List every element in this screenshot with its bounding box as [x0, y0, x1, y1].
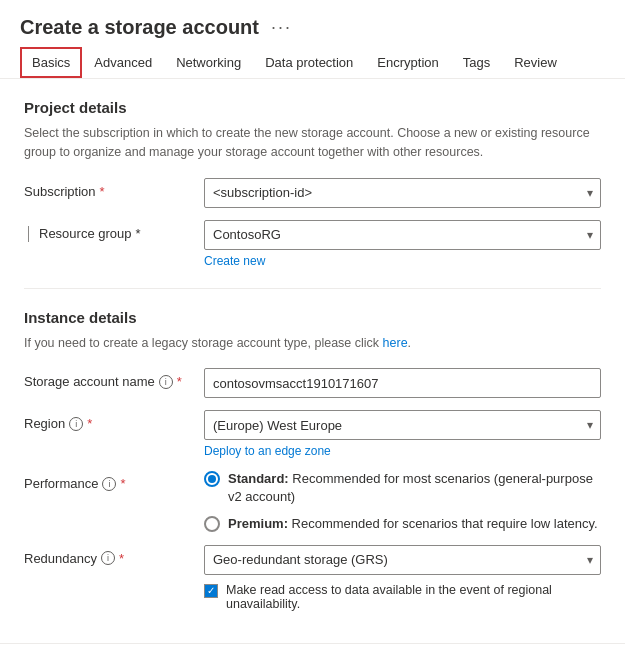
performance-premium-option[interactable]: Premium: Recommended for scenarios that …: [204, 515, 601, 533]
region-row: Region i * (Europe) West Europe Deploy t…: [24, 410, 601, 458]
resource-group-control: ContosoRG Create new: [204, 220, 601, 268]
tab-networking[interactable]: Networking: [164, 47, 253, 78]
redundancy-select[interactable]: Geo-redundant storage (GRS): [204, 545, 601, 575]
tab-data-protection[interactable]: Data protection: [253, 47, 365, 78]
instance-details-section: Instance details If you need to create a…: [24, 309, 601, 611]
performance-options: Standard: Recommended for most scenarios…: [204, 470, 601, 533]
here-link[interactable]: here: [383, 336, 408, 350]
project-details-desc: Select the subscription in which to crea…: [24, 124, 601, 162]
performance-standard-option[interactable]: Standard: Recommended for most scenarios…: [204, 470, 601, 506]
read-access-label: Make read access to data available in th…: [226, 583, 601, 611]
page-menu-dots[interactable]: ···: [271, 17, 292, 38]
storage-account-name-row: Storage account name i *: [24, 368, 601, 398]
create-new-link[interactable]: Create new: [204, 254, 601, 268]
page-title: Create a storage account: [20, 16, 259, 39]
resource-group-select[interactable]: ContosoRG: [204, 220, 601, 250]
tab-advanced[interactable]: Advanced: [82, 47, 164, 78]
read-access-checkbox[interactable]: ✓: [204, 584, 218, 598]
performance-label: Performance i *: [24, 470, 204, 491]
performance-info-icon[interactable]: i: [102, 477, 116, 491]
checkmark-icon: ✓: [207, 586, 215, 596]
region-select-wrapper: (Europe) West Europe: [204, 410, 601, 440]
performance-standard-radio[interactable]: [204, 471, 220, 487]
read-access-checkbox-row: ✓ Make read access to data available in …: [204, 583, 601, 611]
instance-details-desc: If you need to create a legacy storage a…: [24, 334, 601, 353]
performance-required-mark: *: [120, 476, 125, 491]
storage-account-name-input[interactable]: [204, 368, 601, 398]
resource-group-required-mark: *: [136, 226, 141, 241]
project-details-section: Project details Select the subscription …: [24, 99, 601, 268]
tab-bar: Basics Advanced Networking Data protecti…: [0, 39, 625, 79]
project-details-title: Project details: [24, 99, 601, 116]
redundancy-info-icon[interactable]: i: [101, 551, 115, 565]
performance-control: Standard: Recommended for most scenarios…: [204, 470, 601, 533]
performance-premium-label: Premium: Recommended for scenarios that …: [228, 515, 598, 533]
subscription-required-mark: *: [100, 184, 105, 199]
section-divider-1: [24, 288, 601, 289]
region-info-icon[interactable]: i: [69, 417, 83, 431]
resource-group-label: Resource group *: [40, 220, 204, 242]
storage-name-required-mark: *: [177, 374, 182, 389]
region-control: (Europe) West Europe Deploy to an edge z…: [204, 410, 601, 458]
storage-name-info-icon[interactable]: i: [159, 375, 173, 389]
footer: Review < Previous Next : Advanced >: [0, 643, 625, 657]
redundancy-row: Redundancy i * Geo-redundant storage (GR…: [24, 545, 601, 611]
deploy-edge-link[interactable]: Deploy to an edge zone: [204, 444, 601, 458]
redundancy-label: Redundancy i *: [24, 545, 204, 566]
tab-encryption[interactable]: Encryption: [365, 47, 450, 78]
subscription-row: Subscription * <subscription-id>: [24, 178, 601, 208]
subscription-select-wrapper: <subscription-id>: [204, 178, 601, 208]
subscription-label: Subscription *: [24, 178, 204, 199]
performance-premium-radio[interactable]: [204, 516, 220, 532]
performance-row: Performance i * Standard: Recommended fo…: [24, 470, 601, 533]
tab-review[interactable]: Review: [502, 47, 569, 78]
storage-account-name-label: Storage account name i *: [24, 368, 204, 389]
instance-details-title: Instance details: [24, 309, 601, 326]
redundancy-select-wrapper: Geo-redundant storage (GRS): [204, 545, 601, 575]
region-required-mark: *: [87, 416, 92, 431]
region-select[interactable]: (Europe) West Europe: [204, 410, 601, 440]
storage-account-name-control: [204, 368, 601, 398]
main-content: Project details Select the subscription …: [0, 79, 625, 643]
tab-basics[interactable]: Basics: [20, 47, 82, 78]
subscription-select[interactable]: <subscription-id>: [204, 178, 601, 208]
resource-group-select-wrapper: ContosoRG: [204, 220, 601, 250]
resource-group-row: Resource group * ContosoRG Create new: [24, 220, 601, 268]
redundancy-control: Geo-redundant storage (GRS) ✓ Make read …: [204, 545, 601, 611]
page-header: Create a storage account ···: [0, 0, 625, 39]
redundancy-required-mark: *: [119, 551, 124, 566]
subscription-control: <subscription-id>: [204, 178, 601, 208]
performance-standard-label: Standard: Recommended for most scenarios…: [228, 470, 601, 506]
tab-tags[interactable]: Tags: [451, 47, 502, 78]
region-label: Region i *: [24, 410, 204, 431]
